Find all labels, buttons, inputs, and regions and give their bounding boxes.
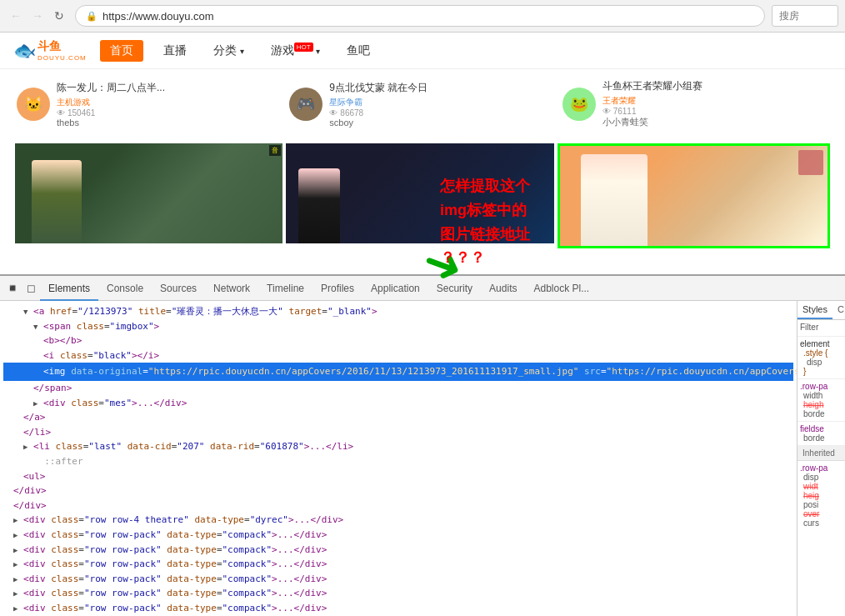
thumb-img-3 [560,146,828,246]
avatar-3: 🐸 [562,88,596,121]
stream-info-3: 斗鱼杯王者荣耀小组赛 王者荣耀 👁 76111 小小青蛙笑 [602,79,828,128]
inspect-element-button[interactable]: ◾ [3,279,22,298]
stream-title-2: 9点北伐艾蒙 就在今日 [329,81,555,95]
address-bar[interactable]: 🔒 https://www.douyu.com [75,5,765,27]
attr-data-type-pack2: data-type [167,544,217,555]
styles-panel: Styles C Filter element .style { disp } … [797,301,845,616]
views-icon-2: 👁 [329,108,338,118]
data-cid-val: "207" [177,441,204,452]
class-row4: "row row-4 theatre" [84,514,189,525]
triangle-icon[interactable] [23,306,28,317]
html-line-pack1: <div class="row row-pack" data-type="com… [3,528,793,543]
views-icon-1: 👁 [57,108,65,118]
nav-item-games[interactable]: 游戏HOT ▾ [264,40,328,62]
inherited-posi: posi [800,500,842,509]
html-line-img[interactable]: <img data-original="https://rpic.douyucd… [3,363,793,381]
triangle-div-mes[interactable] [33,398,38,408]
tag-a-close: > [372,306,378,317]
search-input[interactable] [772,5,838,27]
nav-item-home[interactable]: 首页 [100,40,143,62]
attr-class-row4: class [51,514,78,525]
thumb-img-1: 音 [15,143,282,243]
html-line-1: <a href="/1213973" title="璀香灵：播一大休息一大" t… [3,304,793,319]
stream-card-1[interactable]: 🐱 陈一发儿：周二八点半... 主机游戏 👁 150461 thebs [13,76,286,132]
triangle-pack3[interactable] [13,558,18,569]
tag-div-pack1-end: >...</div> [272,529,327,540]
tag-span: <span [43,321,77,332]
attr-data-cid: data-cid [128,441,172,452]
inherited-heig: heig [800,491,842,500]
triangle-pack6[interactable] [13,603,18,613]
triangle-pack1[interactable] [13,529,18,540]
class-pack4: "row row-pack" [84,573,162,584]
tab-sources[interactable]: Sources [152,276,205,301]
row-pa-height: heigh [800,400,842,409]
tag-div-pack3: <div [23,558,51,569]
tag-div-pack5-end: >...</div> [272,588,327,598]
tab-timeline[interactable]: Timeline [258,276,312,301]
class-pack5: "row row-pack" [84,588,162,598]
inherited-curs: curs [800,518,842,528]
nav-buttons: ← → ↻ [7,7,68,25]
src-val: "https://rpic.douyucdn.cn/appCovers/2016… [607,366,797,377]
tag-a: <a [33,306,50,317]
refresh-button[interactable]: ↻ [50,7,68,25]
tag-div-end2: </div> [13,500,47,511]
styles-tab-computed[interactable]: C [832,301,845,319]
html-line-3: <b></b> [3,333,793,348]
forward-button[interactable]: → [28,7,47,25]
tab-adblock[interactable]: Adblock Pl... [525,276,598,301]
stream-name-3: 小小青蛙笑 [602,116,828,128]
data-type-compack5: "compack" [222,588,272,598]
element-style-section: element .style { disp } [798,337,845,379]
attr-class-pack4: class [51,573,78,584]
thumb-item-1[interactable]: 音 [15,143,282,248]
annotation-line1: 怎样提取这个 [440,174,530,198]
triangle-pack2[interactable] [13,544,18,555]
stream-card-2[interactable]: 🎮 9点北伐艾蒙 就在今日 星际争霸 👁 86678 scboy [286,76,558,132]
html-line-ul: <ul> [3,469,793,484]
triangle-pack4[interactable] [13,573,18,584]
inherited-label: Inherited [798,446,845,461]
tab-elements[interactable]: Elements [40,276,98,301]
stream-info-1: 陈一发儿：周二八点半... 主机游戏 👁 150461 thebs [57,81,282,128]
nav-item-fishbar[interactable]: 鱼吧 [340,40,377,62]
hot-badge: HOT [294,43,313,52]
html-line-pack2: <div class="row row-pack" data-type="com… [3,543,793,558]
tab-profiles[interactable]: Profiles [312,276,362,301]
views-count-3: 76111 [613,107,637,116]
inherited-row-pa-selector: .row-pa [800,463,842,473]
stream-name-2: scboy [329,118,555,128]
annotation-line2: img标签中的 [440,198,530,223]
attr-class-mes: class [71,398,98,408]
inherited-over: over [800,509,842,518]
attr-class-pack1: class [51,529,78,540]
data-type-compack3: "compack" [222,558,272,569]
views-count-2: 86678 [340,108,363,118]
views-count-1: 150461 [68,108,95,118]
stream-card-3[interactable]: 🐸 斗鱼杯王者荣耀小组赛 王者荣耀 👁 76111 小小青蛙笑 [559,76,832,132]
tab-network[interactable]: Network [205,276,258,301]
tag-div-row4-end: >...</div> [288,514,343,525]
tab-console[interactable]: Console [98,276,152,301]
triangle-span[interactable] [33,321,38,332]
back-button[interactable]: ← [7,7,25,25]
attr-src: src [584,366,601,377]
data-type-compack1: "compack" [222,529,272,540]
styles-tab-styles[interactable]: Styles [798,301,832,319]
avatar-2: 🎮 [289,88,322,121]
tag-div-pack4-end: >...</div> [272,573,327,584]
nav-item-category[interactable]: 分类 ▾ [207,40,251,62]
tag-b: <b></b> [43,335,82,346]
device-mode-button[interactable]: ◻ [22,279,40,298]
attr-data-type-pack6: data-type [167,603,217,613]
triangle-row4[interactable] [13,514,18,525]
element-style-selector: element [800,339,842,348]
triangle-pack5[interactable] [13,588,18,598]
triangle-li-last[interactable] [23,441,28,452]
class-pack3: "row row-pack" [84,558,162,569]
tab-audits[interactable]: Audits [481,276,525,301]
devtools-main: <a href="/1213973" title="璀香灵：播一大休息一大" t… [0,301,845,616]
thumb-item-3[interactable] [558,143,830,248]
nav-item-live[interactable]: 直播 [157,40,193,62]
